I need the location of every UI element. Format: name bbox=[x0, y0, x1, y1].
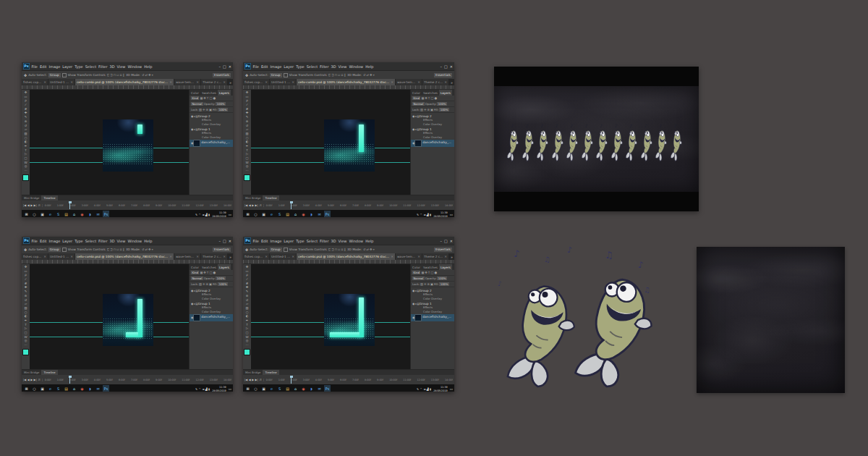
visibility-eye-icon[interactable]: ◉ bbox=[412, 141, 414, 145]
workspace-switcher[interactable]: Essentials bbox=[434, 248, 452, 252]
document-tab[interactable]: wave-template-webmaster-8956.gif @ 1…× bbox=[174, 79, 200, 85]
file-explorer-icon[interactable]: ▤ bbox=[63, 385, 69, 392]
opt-g[interactable]: ⌖ bbox=[373, 248, 375, 251]
visibility-eye-icon[interactable]: ◉ bbox=[191, 289, 193, 292]
blend-mode-dropdown[interactable]: Normal bbox=[191, 276, 203, 280]
opacity-dropdown[interactable]: 100% bbox=[437, 102, 447, 106]
store-icon[interactable]: ⌂ bbox=[71, 211, 77, 217]
opt-g[interactable]: ✥ bbox=[203, 271, 206, 274]
firefox-icon[interactable]: ◗ bbox=[308, 385, 315, 392]
opt-g[interactable]: T bbox=[428, 271, 430, 274]
menu-item[interactable]: Type bbox=[295, 239, 305, 243]
dancefishchalky_78032776 st…[interactable]: ◉▸▤dancefishchalky_78032776 st… bbox=[190, 140, 233, 147]
opt-g[interactable]: ⊒ bbox=[110, 248, 113, 251]
pen-icon[interactable]: ✎ bbox=[417, 387, 419, 391]
workspace-switcher[interactable]: Essentials bbox=[434, 73, 452, 77]
firefox-icon[interactable]: ◗ bbox=[87, 211, 93, 217]
opt-g[interactable]: ✥ bbox=[203, 96, 206, 100]
tl-btn[interactable]: ▶| bbox=[255, 378, 258, 381]
menu-item[interactable]: 3D bbox=[330, 239, 337, 243]
visibility-eye-icon[interactable]: ◉ bbox=[191, 141, 193, 145]
close-icon[interactable]: × bbox=[292, 80, 294, 84]
opt-g[interactable]: ▢ bbox=[430, 96, 433, 100]
visibility-eye-icon[interactable]: ◉ bbox=[191, 127, 193, 131]
opt-g[interactable]: ⊔ bbox=[116, 73, 119, 77]
tl-btn[interactable]: ♬ bbox=[259, 203, 261, 207]
tl-btn[interactable]: ◀ bbox=[27, 203, 30, 207]
pen-icon[interactable]: ✎ bbox=[417, 213, 419, 216]
opt-g[interactable]: ≡ bbox=[341, 248, 344, 251]
opt-g[interactable]: ↺ bbox=[142, 73, 145, 77]
file-explorer-icon[interactable]: ▤ bbox=[284, 385, 291, 392]
skype-icon[interactable]: S bbox=[276, 385, 283, 392]
file-explorer-icon[interactable]: ▤ bbox=[284, 211, 291, 217]
photoshop-icon[interactable]: Ps bbox=[103, 211, 109, 217]
battery-icon[interactable]: ▮ bbox=[430, 387, 431, 391]
opt-g[interactable]: ≡ bbox=[119, 248, 122, 251]
dancefishchalky_78032776 st…[interactable]: ◉▸▤dancefishchalky_78032776 st… bbox=[411, 140, 454, 147]
blend-mode-dropdown[interactable]: Normal bbox=[191, 102, 203, 106]
menu-item[interactable]: Select bbox=[305, 64, 318, 69]
task-view-icon[interactable]: ▣ bbox=[39, 211, 46, 217]
tl-btn[interactable]: ▶| bbox=[34, 203, 37, 207]
mail-icon[interactable]: ✉ bbox=[316, 385, 323, 392]
menu-item[interactable]: Help bbox=[365, 64, 375, 69]
close-icon[interactable]: × bbox=[169, 255, 172, 258]
show-transform-checkbox[interactable] bbox=[62, 73, 67, 77]
canvas-area[interactable] bbox=[30, 90, 189, 195]
close-icon[interactable]: × bbox=[444, 80, 447, 84]
close-icon[interactable]: × bbox=[265, 255, 268, 258]
tl-btn[interactable]: ▶ bbox=[30, 203, 33, 207]
canvas-area[interactable] bbox=[30, 264, 189, 369]
visibility-eye-icon[interactable]: ◉ bbox=[412, 316, 414, 319]
chevron-up-icon[interactable]: ^ bbox=[420, 213, 422, 216]
notifications-icon[interactable]: ▭ bbox=[229, 213, 231, 216]
battery-icon[interactable]: ▮ bbox=[208, 213, 210, 216]
mail-icon[interactable]: ✉ bbox=[316, 211, 323, 217]
network-icon[interactable]: ▟ bbox=[427, 387, 429, 391]
menu-item[interactable]: Help bbox=[143, 239, 153, 243]
volume-icon[interactable]: ◄ bbox=[423, 387, 425, 391]
mail-icon[interactable]: ✉ bbox=[95, 385, 101, 392]
close-icon[interactable]: × bbox=[292, 255, 294, 258]
search-icon[interactable]: ○ bbox=[31, 385, 38, 392]
Group 1[interactable]: ◉▸▤Group 1 EffectsColor Overlay bbox=[411, 301, 454, 314]
opt-g[interactable]: ⊒ bbox=[331, 248, 334, 251]
tab-overflow-button[interactable]: » bbox=[449, 255, 454, 259]
close-icon[interactable]: × bbox=[196, 255, 199, 258]
tl-btn[interactable]: ♬ bbox=[38, 203, 40, 207]
close-icon[interactable]: × bbox=[196, 80, 199, 84]
fill-dropdown[interactable]: 100% bbox=[218, 108, 228, 111]
start-button[interactable]: ⊞ bbox=[244, 211, 251, 217]
edge-icon[interactable]: e bbox=[268, 385, 275, 392]
win-ctl[interactable]: – bbox=[441, 64, 443, 69]
menu-item[interactable]: Image bbox=[269, 239, 283, 243]
menu-item[interactable]: Layer bbox=[61, 64, 74, 69]
start-button[interactable]: ⊞ bbox=[244, 385, 251, 392]
opt-g[interactable]: ▣ bbox=[209, 108, 212, 111]
more-tools[interactable]: ⋯ bbox=[22, 343, 29, 347]
kind-filter-dropdown[interactable]: Kind bbox=[412, 96, 420, 100]
fill-dropdown[interactable]: 100% bbox=[439, 282, 449, 286]
menu-item[interactable]: View bbox=[337, 239, 348, 243]
opt-g[interactable]: ⊓ bbox=[114, 248, 116, 251]
close-icon[interactable]: × bbox=[43, 255, 46, 258]
menu-item[interactable]: Select bbox=[84, 64, 97, 69]
close-icon[interactable]: × bbox=[43, 80, 46, 84]
auto-select-dropdown[interactable]: Group bbox=[48, 248, 61, 252]
pen-icon[interactable]: ✎ bbox=[195, 387, 197, 391]
panel-tab[interactable]: Layers bbox=[439, 90, 452, 96]
tl-btn[interactable]: ▶ bbox=[252, 203, 254, 207]
win-ctl[interactable]: ✕ bbox=[450, 64, 453, 69]
menu-item[interactable]: 3D bbox=[330, 64, 337, 69]
menu-item[interactable]: File bbox=[30, 239, 38, 243]
menu-item[interactable]: View bbox=[116, 239, 127, 243]
task-view-icon[interactable]: ▣ bbox=[260, 211, 267, 217]
opt-g[interactable]: ▢ bbox=[430, 271, 433, 274]
opt-g[interactable]: ▣ bbox=[430, 108, 433, 111]
opt-g[interactable]: T bbox=[207, 271, 209, 274]
document-tab[interactable]: cello-combi.psd @ 100% (dancefishchalky_… bbox=[297, 79, 395, 85]
opacity-dropdown[interactable]: 100% bbox=[216, 102, 226, 106]
menu-item[interactable]: Type bbox=[295, 64, 305, 69]
opt-g[interactable]: ⇄ bbox=[145, 248, 148, 251]
